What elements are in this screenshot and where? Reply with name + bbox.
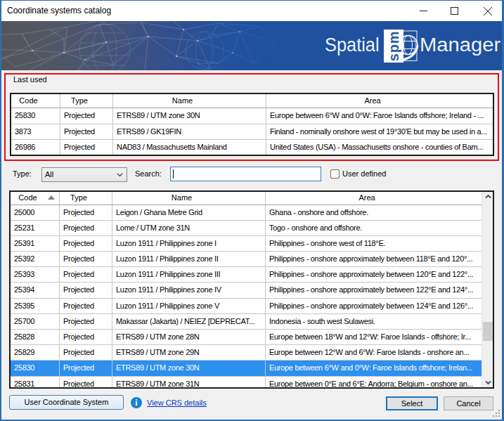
svg-text:spm: spm [386, 31, 401, 62]
